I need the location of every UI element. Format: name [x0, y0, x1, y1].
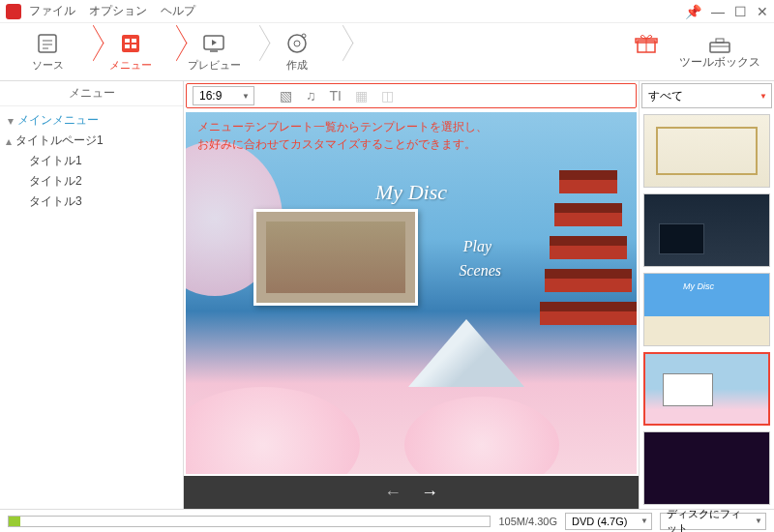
tree-root[interactable]: ▾メインメニュー — [0, 110, 183, 131]
create-icon — [284, 31, 310, 56]
tree-item[interactable]: タイトル1 — [0, 151, 183, 171]
toolbox-button[interactable]: ツールボックス — [679, 33, 760, 71]
tree-item[interactable]: タイトル3 — [0, 192, 183, 212]
pin-icon[interactable]: 📌 — [685, 4, 701, 19]
svg-rect-7 — [125, 44, 130, 48]
disc-usage-bar — [8, 516, 491, 527]
chevron-icon — [248, 23, 263, 81]
disc-usage-text: 105M/4.30G — [498, 516, 557, 527]
blossom-decoration — [404, 397, 559, 474]
step-source[interactable]: ソース — [14, 31, 81, 73]
template-filter-select[interactable]: すべて — [641, 83, 772, 108]
template-item[interactable] — [643, 431, 770, 505]
toolbox-icon — [706, 33, 733, 54]
mountain-decoration — [408, 319, 524, 387]
chevron-icon — [164, 23, 180, 81]
step-preview[interactable]: プレビュー — [180, 31, 248, 73]
step-source-label: ソース — [32, 58, 64, 73]
svg-rect-8 — [132, 44, 136, 48]
tree-titlepage-label: タイトルページ1 — [15, 133, 104, 149]
title-bar: ファイル オプション ヘルプ 📌 — ☐ ✕ — [0, 0, 774, 23]
step-menu-label: メニュー — [109, 58, 152, 73]
left-panel-header: メニュー — [0, 81, 183, 106]
status-bar: 105M/4.30G DVD (4.7G) ディスクにフィット — [0, 509, 774, 532]
step-create-label: 作成 — [286, 58, 308, 73]
workflow-toolbar: ソース メニュー プレビュー 作成 ツールボックス — [0, 23, 774, 81]
svg-rect-6 — [132, 39, 136, 43]
chevron-icon — [81, 23, 97, 81]
menu-icon — [118, 31, 143, 56]
svg-point-13 — [294, 41, 300, 46]
svg-rect-18 — [710, 43, 729, 52]
fit-select[interactable]: ディスクにフィット — [660, 513, 766, 530]
gift-icon — [633, 33, 660, 54]
menu-preview[interactable]: メニューテンプレート一覧からテンプレートを選択し、 お好みに合わせてカスタマイズ… — [186, 112, 637, 474]
menu-file[interactable]: ファイル — [29, 3, 75, 19]
image-icon[interactable]: ▧ — [280, 88, 292, 103]
prev-arrow-icon[interactable]: ← — [384, 483, 402, 503]
control-bar: 16:9 ▧ ♫ TI ▦ ◫ — [186, 83, 637, 108]
template-item[interactable] — [643, 352, 770, 426]
main-body: メニュー ▾メインメニュー ▴タイトルページ1 タイトル1 タイトル2 タイトル… — [0, 81, 774, 509]
minimize-icon[interactable]: — — [711, 4, 725, 19]
menu-bar: ファイル オプション ヘルプ — [29, 3, 195, 19]
tree-titlepage[interactable]: ▴タイトルページ1 — [0, 131, 183, 151]
text-icon[interactable]: TI — [330, 88, 342, 103]
template-list[interactable] — [640, 110, 774, 509]
tree-item[interactable]: タイトル2 — [0, 171, 183, 192]
toolbox-label: ツールボックス — [679, 54, 760, 71]
tree-root-label: メインメニュー — [17, 112, 99, 129]
disc-type-select[interactable]: DVD (4.7G) — [565, 513, 652, 530]
window-controls: 📌 — ☐ ✕ — [685, 4, 768, 19]
svg-rect-0 — [39, 35, 56, 52]
page-nav: ← → — [184, 476, 639, 509]
play-button[interactable]: Play — [463, 238, 491, 255]
close-icon[interactable]: ✕ — [757, 4, 768, 19]
menu-option[interactable]: オプション — [89, 3, 147, 19]
step-menu[interactable]: メニュー — [97, 31, 164, 73]
help-text: メニューテンプレート一覧からテンプレートを選択し、 お好みに合わせてカスタマイズ… — [197, 118, 488, 153]
music-icon[interactable]: ♫ — [306, 88, 316, 103]
source-icon — [35, 31, 60, 56]
menu-help[interactable]: ヘルプ — [161, 3, 195, 19]
left-panel: メニュー ▾メインメニュー ▴タイトルページ1 タイトル1 タイトル2 タイトル… — [0, 81, 184, 509]
template-item[interactable] — [643, 273, 770, 346]
gift-button[interactable] — [633, 33, 660, 71]
disc-title[interactable]: My Disc — [375, 180, 447, 205]
step-preview-label: プレビュー — [188, 58, 241, 73]
svg-rect-5 — [125, 39, 130, 43]
layer-icon[interactable]: ◫ — [381, 88, 394, 103]
center-panel: 16:9 ▧ ♫ TI ▦ ◫ メニューテンプレート一覧からテンプレートを選択し… — [184, 81, 639, 509]
frame-icon[interactable]: ▦ — [355, 88, 368, 103]
video-thumbnail[interactable] — [253, 209, 418, 306]
svg-rect-4 — [122, 35, 139, 52]
chevron-icon — [331, 23, 346, 81]
template-panel: すべて — [639, 81, 774, 509]
next-arrow-icon[interactable]: → — [421, 483, 438, 503]
preview-icon — [201, 31, 226, 56]
template-item[interactable] — [643, 193, 770, 267]
pagoda-decoration — [540, 170, 637, 364]
scenes-button[interactable]: Scenes — [459, 262, 501, 280]
blossom-decoration — [186, 387, 360, 474]
menu-tree: ▾メインメニュー ▴タイトルページ1 タイトル1 タイトル2 タイトル3 — [0, 106, 183, 216]
svg-marker-10 — [212, 40, 217, 45]
aspect-ratio-select[interactable]: 16:9 — [193, 86, 254, 105]
maximize-icon[interactable]: ☐ — [734, 4, 747, 19]
template-item[interactable] — [643, 114, 770, 188]
step-create[interactable]: 作成 — [263, 31, 331, 73]
app-logo-icon — [6, 4, 21, 19]
